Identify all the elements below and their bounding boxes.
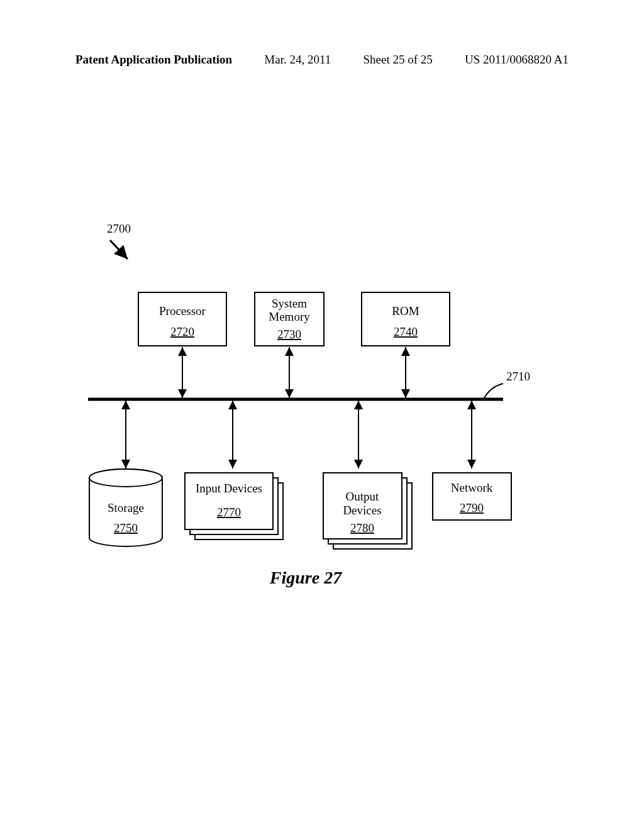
ref-arrow-system [110, 240, 128, 259]
input-num: 2770 [217, 506, 241, 519]
box-output-devices: Output Devices 2780 [323, 473, 412, 549]
box-rom: ROM 2740 [362, 292, 450, 346]
network-label: Network [451, 481, 493, 494]
rom-num: 2740 [394, 325, 418, 338]
sysmem-label1: System [272, 297, 307, 310]
box-network: Network 2790 [433, 473, 511, 520]
box-input-devices: Input Devices 2770 [185, 473, 283, 540]
sysmem-label2: Memory [269, 310, 310, 323]
cylinder-storage: Storage 2750 [89, 469, 162, 546]
box-processor: Processor 2720 [138, 292, 226, 346]
diagram-svg: 2700 Processor 2720 System Memory 2730 R… [0, 0, 644, 830]
ref-label-system: 2700 [107, 222, 131, 235]
output-num: 2780 [350, 521, 374, 534]
box-system-memory: System Memory 2730 [255, 292, 324, 346]
svg-point-4 [89, 469, 162, 487]
input-label: Input Devices [196, 482, 262, 495]
processor-num: 2720 [170, 325, 194, 338]
rom-label: ROM [392, 304, 419, 318]
bus-ref-curve [484, 384, 503, 398]
output-label2: Devices [343, 504, 381, 517]
bus-ref-label: 2710 [506, 370, 530, 383]
network-num: 2790 [460, 501, 484, 514]
output-label1: Output [346, 490, 380, 503]
processor-label: Processor [159, 304, 206, 318]
storage-label: Storage [108, 501, 144, 514]
sysmem-num: 2730 [277, 328, 301, 341]
figure-caption: Figure 27 [269, 568, 342, 587]
storage-num: 2750 [114, 521, 138, 534]
